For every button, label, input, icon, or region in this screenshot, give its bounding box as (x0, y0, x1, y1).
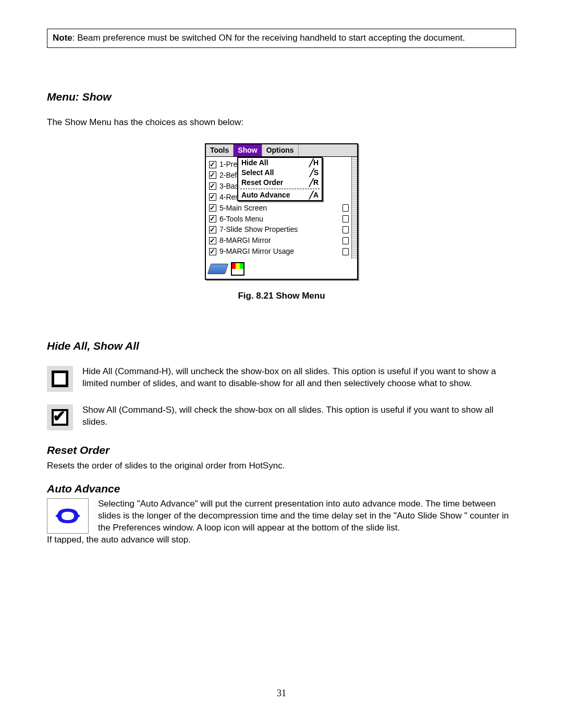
dd-label: Select All (241, 168, 274, 178)
svg-marker-0 (55, 513, 59, 519)
svg-marker-1 (76, 513, 80, 519)
heading-auto-advance: Auto Advance (47, 482, 516, 496)
hide-all-row: Hide All (Command-H), will uncheck the s… (47, 366, 516, 392)
checkbox-icon[interactable] (209, 226, 216, 233)
slide-row[interactable]: 5-Main Screen (209, 203, 349, 214)
checked-box-icon (47, 404, 73, 430)
checkbox-icon[interactable] (209, 248, 216, 255)
dropdown-item-reset-order[interactable]: Reset Order ╱R (238, 178, 322, 188)
heading-menu-show: Menu: Show (47, 90, 516, 104)
screenshot-bottom-toolbar (206, 259, 357, 279)
dd-shortcut: ╱S (310, 168, 319, 178)
checkbox-icon[interactable] (209, 204, 216, 212)
dropdown-item-hide-all[interactable]: Hide All ╱H (238, 158, 322, 168)
figure-caption: Fig. 8.21 Show Menu (47, 290, 516, 302)
checkbox-icon[interactable] (209, 193, 216, 201)
slide-label: 5-Main Screen (219, 203, 337, 213)
dd-label: Auto Advance (241, 190, 290, 200)
checkbox-icon[interactable] (209, 171, 216, 179)
dd-shortcut: ╱A (309, 190, 319, 200)
slide-label: 6-Tools Menu (219, 214, 337, 224)
note-icon[interactable] (342, 248, 349, 255)
show-all-text: Show All (Command-S), will check the sho… (82, 404, 516, 428)
slide-row[interactable]: 7-Slide Show Properties (209, 224, 349, 235)
checkbox-icon[interactable] (209, 161, 216, 168)
auto-advance-row: Selecting "Auto Advance" will put the cu… (47, 498, 516, 534)
dd-label: Reset Order (241, 178, 283, 188)
auto-advance-text: Selecting "Auto Advance" will put the cu… (98, 498, 516, 534)
unchecked-box-icon (47, 366, 73, 392)
dd-label: Hide All (241, 158, 268, 168)
menubar-tab-tools[interactable]: Tools (206, 144, 234, 156)
hide-all-text: Hide All (Command-H), will uncheck the s… (82, 366, 516, 390)
slide-label: 8-MARGI Mirror (219, 236, 337, 245)
page-number: 31 (0, 687, 563, 699)
note-box: Note: Beam preference must be switched O… (47, 29, 516, 48)
note-icon[interactable] (342, 215, 349, 223)
note-icon[interactable] (342, 204, 349, 212)
note-icon[interactable] (342, 226, 349, 233)
screenshot-slidelist: 1-Pre 2-Bef 3-Bas 4-Rer 5-Main Screen (206, 157, 357, 259)
menubar-tab-options[interactable]: Options (262, 144, 299, 156)
slide-row[interactable]: 6-Tools Menu (209, 214, 349, 225)
slide-label: 7-Slide Show Properties (219, 225, 337, 235)
auto-advance-after: If tapped, the auto advance will stop. (47, 534, 516, 546)
heading-reset-order: Reset Order (47, 443, 516, 458)
slide-label: 9-MARGI Mirror Usage (219, 246, 337, 256)
heading-hide-show: Hide All, Show All (47, 339, 516, 353)
slide-row[interactable]: 8-MARGI Mirror (209, 235, 349, 246)
show-all-row: Show All (Command-S), will check the sho… (47, 404, 516, 430)
checkbox-icon[interactable] (209, 237, 216, 244)
scrollbar[interactable] (351, 157, 357, 259)
figure-show-menu: Tools Show Options 1-Pre 2-Bef 3-Bas (47, 143, 516, 302)
menu-show-intro: The Show Menu has the choices as shown b… (47, 117, 516, 129)
menubar-tab-show[interactable]: Show (234, 144, 262, 156)
color-icon[interactable] (231, 262, 244, 276)
chip-icon[interactable] (207, 264, 228, 274)
screenshot-menubar: Tools Show Options (206, 144, 357, 157)
checkbox-icon[interactable] (209, 215, 216, 223)
slide-row[interactable]: 9-MARGI Mirror Usage (209, 246, 349, 257)
note-text: : Beam preference must be switched ON fo… (72, 33, 465, 43)
dropdown-item-select-all[interactable]: Select All ╱S (238, 168, 322, 178)
note-label: Note (53, 33, 72, 43)
dropdown-item-auto-advance[interactable]: Auto Advance ╱A (238, 190, 322, 200)
checkbox-icon[interactable] (209, 182, 216, 190)
reset-order-text: Resets the order of slides to the origin… (47, 460, 516, 472)
dd-shortcut: ╱H (309, 158, 319, 168)
dd-shortcut: ╱R (309, 178, 319, 188)
loop-icon (47, 498, 89, 534)
screenshot-show-menu: Tools Show Options 1-Pre 2-Bef 3-Bas (205, 143, 358, 280)
show-menu-dropdown: Hide All ╱H Select All ╱S Reset Order ╱R… (237, 157, 323, 201)
dropdown-divider (240, 189, 320, 189)
note-icon[interactable] (342, 237, 349, 244)
